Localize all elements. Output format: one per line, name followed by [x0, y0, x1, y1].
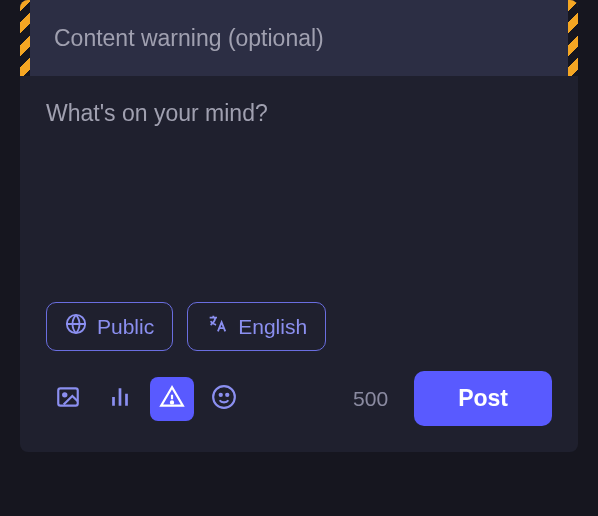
svg-point-6	[226, 394, 228, 396]
compose-box: Public English	[20, 0, 578, 452]
attach-media-button[interactable]	[46, 377, 90, 421]
svg-point-5	[220, 394, 222, 396]
warning-icon	[159, 384, 185, 413]
compose-toolbar: 500 Post	[20, 371, 578, 452]
visibility-label: Public	[97, 315, 154, 339]
image-icon	[55, 384, 81, 413]
svg-point-4	[213, 386, 235, 408]
svg-point-2	[63, 393, 66, 396]
compose-body-area	[20, 76, 578, 302]
character-count: 500	[353, 387, 388, 411]
translate-icon	[206, 313, 228, 340]
emoji-icon	[211, 384, 237, 413]
content-warning-row	[20, 0, 578, 76]
globe-icon	[65, 313, 87, 340]
content-warning-input[interactable]	[30, 25, 568, 52]
poll-icon	[107, 384, 133, 413]
compose-textarea[interactable]	[46, 100, 552, 298]
content-warning-toggle[interactable]	[150, 377, 194, 421]
options-row: Public English	[20, 302, 578, 371]
add-poll-button[interactable]	[98, 377, 142, 421]
hazard-stripe-right	[568, 0, 578, 76]
svg-point-3	[171, 401, 173, 403]
language-selector[interactable]: English	[187, 302, 326, 351]
emoji-picker-button[interactable]	[202, 377, 246, 421]
post-button[interactable]: Post	[414, 371, 552, 426]
language-label: English	[238, 315, 307, 339]
visibility-selector[interactable]: Public	[46, 302, 173, 351]
hazard-stripe-left	[20, 0, 30, 76]
